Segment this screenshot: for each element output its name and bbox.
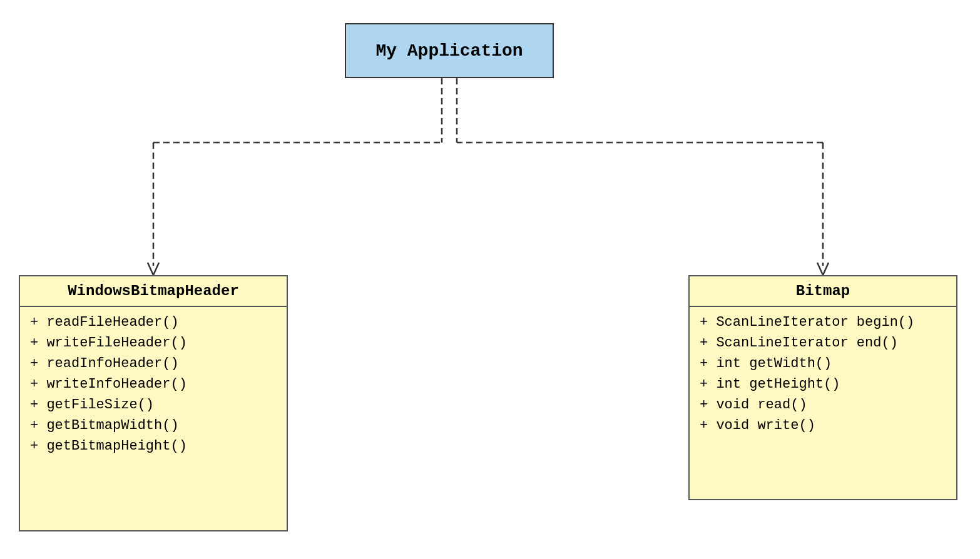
bitmap-methods-list: + ScanLineIterator begin()+ ScanLineIter… bbox=[690, 307, 956, 441]
bitmap-class-name: Bitmap bbox=[690, 276, 956, 307]
wbh-method-item: + getBitmapWidth() bbox=[30, 418, 277, 433]
wbh-method-item: + readInfoHeader() bbox=[30, 356, 277, 371]
wbh-method-item: + writeFileHeader() bbox=[30, 335, 277, 351]
bitmap-method-item: + ScanLineIterator begin() bbox=[700, 315, 946, 330]
bitmap-method-item: + void read() bbox=[700, 397, 946, 413]
bitmap-box: Bitmap + ScanLineIterator begin()+ ScanL… bbox=[688, 275, 957, 500]
windows-bitmap-header-box: WindowsBitmapHeader + readFileHeader()+ … bbox=[19, 275, 288, 531]
app-box: My Application bbox=[345, 23, 554, 78]
bitmap-method-item: + int getWidth() bbox=[700, 356, 946, 371]
wbh-methods-list: + readFileHeader()+ writeFileHeader()+ r… bbox=[20, 307, 287, 461]
diagram-container: My Application WindowsBitmapHeader + rea… bbox=[0, 0, 980, 559]
bitmap-method-item: + void write() bbox=[700, 418, 946, 433]
wbh-method-item: + getFileSize() bbox=[30, 397, 277, 413]
app-box-title: My Application bbox=[375, 41, 523, 61]
wbh-method-item: + getBitmapHeight() bbox=[30, 438, 277, 454]
bitmap-method-item: + ScanLineIterator end() bbox=[700, 335, 946, 351]
wbh-method-item: + readFileHeader() bbox=[30, 315, 277, 330]
wbh-class-name: WindowsBitmapHeader bbox=[20, 276, 287, 307]
bitmap-method-item: + int getHeight() bbox=[700, 376, 946, 392]
wbh-method-item: + writeInfoHeader() bbox=[30, 376, 277, 392]
